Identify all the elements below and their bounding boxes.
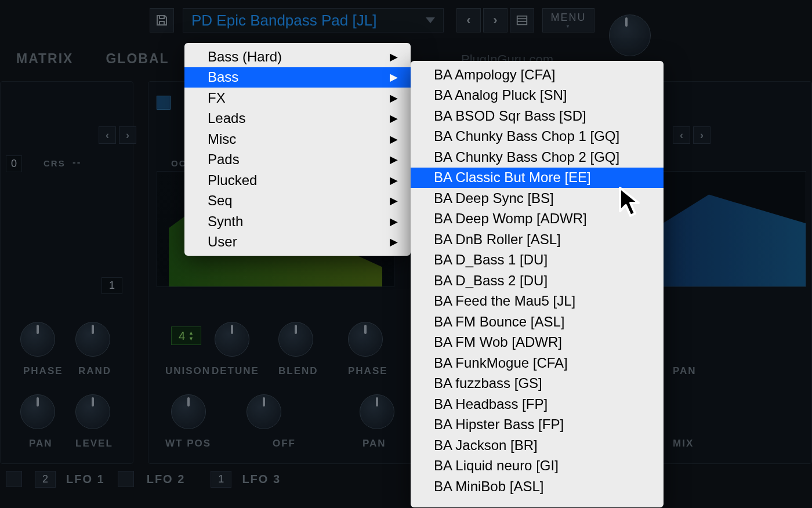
phase-knob-b[interactable] <box>348 322 383 357</box>
chevron-left-icon: ‹ <box>466 13 470 28</box>
preset-item[interactable]: BA fuzzbass [GS] <box>411 373 664 394</box>
lfo-row: 2 LFO 1 LFO 2 1 LFO 3 <box>0 467 293 491</box>
save-button[interactable] <box>150 8 174 32</box>
dropdown-triangle-icon <box>426 17 435 23</box>
category-item[interactable]: Misc▶ <box>184 129 411 150</box>
preset-item[interactable]: BA FM Bounce [ASL] <box>411 311 664 332</box>
preset-item-label: BA Chunky Bass Chop 2 [GQ] <box>434 149 619 165</box>
category-item[interactable]: Bass (Hard)▶ <box>184 46 411 67</box>
category-item[interactable]: Leads▶ <box>184 108 411 129</box>
wtpos-knob[interactable] <box>171 394 206 429</box>
preset-item[interactable]: BA FunkMogue [CFA] <box>411 353 664 373</box>
master-knob[interactable] <box>609 14 651 56</box>
category-item-label: Misc <box>208 131 236 147</box>
category-item[interactable]: Synth▶ <box>184 211 411 232</box>
submenu-arrow-icon: ▶ <box>390 71 398 84</box>
category-menu: Bass (Hard)▶Bass▶FX▶Leads▶Misc▶Pads▶Pluc… <box>184 43 411 256</box>
lfo1-count[interactable]: 2 <box>35 471 56 488</box>
preset-item[interactable]: BA Classic But More [EE] <box>411 168 664 188</box>
menu-button[interactable]: MENU ▼ <box>542 8 594 32</box>
preset-item[interactable]: BA Deep Womp [ADWR] <box>411 209 664 230</box>
off-knob[interactable] <box>246 394 281 429</box>
noise-graphic <box>644 172 806 286</box>
preset-item-label: BA MiniBob [ASL] <box>434 478 543 495</box>
panel-toggle[interactable] <box>157 96 171 110</box>
preset-item[interactable]: BA FM Wob [ADWR] <box>411 332 664 353</box>
preset-item[interactable]: BA BSOD Sqr Bass [SD] <box>411 106 664 126</box>
preset-item[interactable]: BA Feed the Mau5 [JL] <box>411 291 664 312</box>
category-item[interactable]: Bass▶ <box>184 67 411 88</box>
preset-item[interactable]: BA Chunky Bass Chop 1 [GQ] <box>411 126 664 147</box>
osc-c-prev[interactable]: ‹ <box>673 126 690 144</box>
submenu-arrow-icon: ▶ <box>390 50 398 63</box>
category-item-label: Seq <box>208 193 233 209</box>
lfo-sidebox[interactable] <box>6 471 22 487</box>
preset-item[interactable]: BA Ampology [CFA] <box>411 64 664 85</box>
rand-knob-a[interactable] <box>75 322 110 357</box>
category-item[interactable]: Seq▶ <box>184 191 411 212</box>
category-item-label: FX <box>208 90 226 106</box>
submenu-arrow-icon: ▶ <box>390 112 398 125</box>
preset-prev-button[interactable]: ‹ <box>456 8 481 32</box>
preset-item-label: BA D_Bass 1 [DU] <box>434 252 548 268</box>
off-label: OFF <box>273 438 296 449</box>
osc-a-next[interactable]: › <box>119 126 136 144</box>
tab-global[interactable]: GLOBAL <box>89 51 185 67</box>
preset-item-label: BA BSOD Sqr Bass [SD] <box>434 108 586 124</box>
pan-knob-a[interactable] <box>20 394 55 429</box>
preset-item[interactable]: BA Deep Sync [BS] <box>411 188 664 209</box>
preset-item[interactable]: BA Chunky Bass Chop 2 [GQ] <box>411 147 664 168</box>
lfo2-label[interactable]: LFO 2 <box>147 473 186 486</box>
phase-knob-a[interactable] <box>20 322 55 357</box>
category-item[interactable]: Pads▶ <box>184 150 411 170</box>
coarse-value[interactable]: 0 <box>6 155 22 172</box>
submenu-arrow-icon: ▶ <box>390 133 398 146</box>
unison-value: 4 <box>179 329 185 343</box>
preset-item[interactable]: BA Hipster Bass [FP] <box>411 415 664 436</box>
lfo3-label[interactable]: LFO 3 <box>242 473 281 486</box>
detune-knob[interactable] <box>215 322 249 357</box>
category-item[interactable]: User▶ <box>184 232 411 253</box>
pan-label-b: PAN <box>362 438 386 449</box>
noise-display <box>644 171 806 287</box>
rand-label-a: RAND <box>78 365 111 377</box>
phase-label-b: PHASE <box>348 365 388 377</box>
osc-a-prev[interactable]: ‹ <box>99 126 116 144</box>
wt-index[interactable]: 1 <box>102 277 122 294</box>
mix-label-c: MIX <box>673 438 694 449</box>
fine-dash: -- <box>72 157 81 168</box>
preset-item[interactable]: BA D_Bass 2 [DU] <box>411 270 664 291</box>
svg-rect-1 <box>517 16 527 25</box>
pan-label-c: PAN <box>673 365 697 377</box>
preset-item[interactable]: BA Analog Pluck [SN] <box>411 85 664 106</box>
preset-dropdown[interactable]: PD Epic Bandpass Pad [JL] <box>183 8 444 32</box>
unison-label: UNISON <box>165 365 211 377</box>
preset-item[interactable]: BA Jackson [BR] <box>411 435 664 456</box>
tab-matrix[interactable]: MATRIX <box>0 51 89 67</box>
submenu-arrow-icon: ▶ <box>390 235 398 248</box>
preset-next-button[interactable]: › <box>483 8 507 32</box>
lfo-sidebox-2[interactable] <box>118 471 134 487</box>
level-knob-a[interactable] <box>75 394 110 429</box>
preset-submenu: BA Ampology [CFA]BA Analog Pluck [SN]BA … <box>411 61 664 507</box>
lfo3-count[interactable]: 1 <box>211 471 231 488</box>
preset-browser-button[interactable] <box>510 8 534 32</box>
osc-c-next[interactable]: › <box>693 126 710 144</box>
category-item[interactable]: Plucked▶ <box>184 170 411 191</box>
category-item-label: Pads <box>208 151 240 168</box>
category-item[interactable]: FX▶ <box>184 88 411 108</box>
preset-item[interactable]: BA Liquid neuro [GI] <box>411 456 664 477</box>
pan-knob-b[interactable] <box>360 394 394 429</box>
unison-voices[interactable]: 4 ▲▼ <box>171 326 201 345</box>
preset-item[interactable]: BA MiniBob [ASL] <box>411 476 664 497</box>
preset-item[interactable]: BA DnB Roller [ASL] <box>411 229 664 250</box>
category-item-label: Leads <box>208 110 245 126</box>
lfo1-label[interactable]: LFO 1 <box>66 473 105 486</box>
level-label-a: LEVEL <box>75 438 113 449</box>
crs-label: CRS <box>44 158 66 168</box>
preset-item-label: BA fuzzbass [GS] <box>434 375 542 391</box>
list-icon <box>516 14 528 27</box>
blend-knob[interactable] <box>278 322 313 357</box>
preset-item[interactable]: BA Headbass [FP] <box>411 394 664 415</box>
preset-item[interactable]: BA D_Bass 1 [DU] <box>411 250 664 271</box>
